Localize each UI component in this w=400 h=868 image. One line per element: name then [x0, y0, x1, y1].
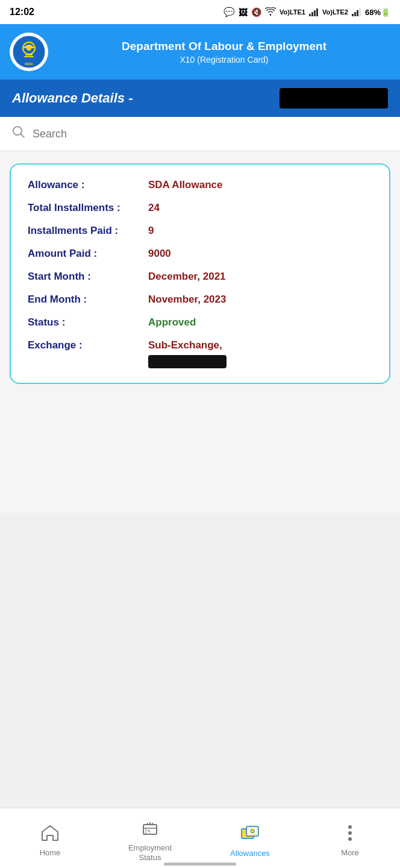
exchange-value: Sub-Exchange,: [148, 339, 372, 368]
whatsapp-icon: 💬: [223, 7, 235, 17]
more-icon: [348, 825, 352, 846]
allowance-banner: Allowance Details -: [0, 80, 400, 117]
nav-employment-status[interactable]: Employment Status: [100, 808, 200, 868]
svg-rect-11: [25, 54, 33, 55]
svg-point-19: [251, 829, 254, 833]
allowance-banner-title: Allowance Details -: [12, 90, 133, 106]
start-month-value: December, 2021: [148, 271, 372, 283]
gallery-icon: 🖼: [239, 7, 248, 17]
allowance-row: Allowance : SDA Allowance: [28, 179, 372, 191]
status-value: Approved: [148, 316, 372, 329]
content-area: Allowance : SDA Allowance Total Installm…: [0, 151, 400, 513]
amount-paid-label: Amount Paid :: [28, 248, 148, 260]
end-month-label: End Month :: [28, 294, 148, 306]
home-icon: [41, 825, 59, 846]
installments-paid-value: 9: [148, 225, 372, 237]
header-title: Department Of Labour & Employment: [58, 39, 390, 54]
exchange-row: Exchange : Sub-Exchange,: [28, 339, 372, 368]
signal2-icon: [352, 8, 361, 16]
svg-rect-7: [359, 8, 361, 16]
lte1-icon: Vo)LTE1: [280, 8, 305, 16]
svg-point-21: [348, 831, 352, 835]
status-row: Status : Approved: [28, 316, 372, 329]
start-month-label: Start Month :: [28, 271, 148, 283]
bottom-nav: Home Employment Status Allowances: [0, 808, 400, 868]
status-icons: 💬 🖼 🔇 Vo)LTE1 Vo)LTE2: [223, 7, 390, 17]
installments-paid-row: Installments Paid : 9: [28, 225, 372, 237]
nav-more[interactable]: More: [300, 808, 400, 868]
nav-home[interactable]: Home: [0, 808, 100, 868]
svg-rect-1: [311, 12, 313, 16]
start-month-row: Start Month : December, 2021: [28, 271, 372, 283]
svg-rect-2: [314, 10, 316, 16]
search-container[interactable]: [0, 117, 400, 151]
allowance-label: Allowance :: [28, 179, 148, 191]
total-installments-label: Total Installments :: [28, 202, 148, 214]
search-input[interactable]: [33, 128, 388, 140]
end-month-value: November, 2023: [148, 294, 372, 306]
battery-icon: 68%🔋: [365, 8, 390, 17]
svg-point-20: [348, 825, 352, 829]
search-icon: [12, 125, 25, 142]
allowance-value: SDA Allowance: [148, 179, 372, 191]
installments-paid-label: Installments Paid :: [28, 225, 148, 237]
svg-point-22: [348, 837, 352, 841]
svg-rect-4: [352, 14, 354, 16]
svg-rect-3: [316, 8, 318, 16]
nav-allowances-label: Allowances: [230, 849, 270, 858]
svg-rect-12: [24, 56, 34, 57]
app-header: INDIA Department Of Labour & Employment …: [0, 24, 400, 80]
status-label: Status :: [28, 316, 148, 329]
svg-rect-5: [354, 12, 356, 16]
mute-icon: 🔇: [251, 7, 261, 17]
exchange-redacted: [148, 355, 227, 368]
exchange-label: Exchange :: [28, 339, 148, 351]
svg-point-10: [27, 46, 31, 51]
svg-rect-6: [357, 10, 358, 16]
svg-line-15: [21, 134, 25, 138]
employment-status-icon: [141, 820, 159, 841]
wifi-icon: [265, 7, 276, 17]
nav-allowances[interactable]: Allowances: [200, 808, 300, 868]
header-text: Department Of Labour & Employment X10 (R…: [58, 39, 390, 65]
home-indicator: [164, 863, 236, 866]
status-bar: 12:02 💬 🖼 🔇 Vo)LTE1 Vo)LTE2: [0, 0, 400, 24]
nav-employment-label: Employment Status: [128, 843, 172, 862]
department-logo: INDIA: [10, 33, 48, 71]
header-subtitle: X10 (Registration Card): [58, 55, 390, 64]
signal1-icon: [309, 8, 319, 16]
amount-paid-row: Amount Paid : 9000: [28, 248, 372, 260]
end-month-row: End Month : November, 2023: [28, 294, 372, 306]
allowances-icon: [240, 824, 260, 846]
amount-paid-value: 9000: [148, 248, 372, 260]
nav-more-label: More: [341, 848, 359, 858]
allowance-card: Allowance : SDA Allowance Total Installm…: [10, 163, 390, 384]
redacted-name: [280, 88, 388, 108]
lte2-icon: Vo)LTE2: [322, 8, 348, 16]
nav-home-label: Home: [40, 848, 61, 858]
svg-rect-0: [309, 14, 311, 16]
exchange-text: Sub-Exchange,: [148, 339, 372, 351]
svg-text:INDIA: INDIA: [25, 62, 33, 66]
total-installments-value: 24: [148, 202, 372, 214]
status-time: 12:02: [10, 7, 34, 17]
svg-rect-16: [143, 825, 157, 834]
total-installments-row: Total Installments : 24: [28, 202, 372, 214]
